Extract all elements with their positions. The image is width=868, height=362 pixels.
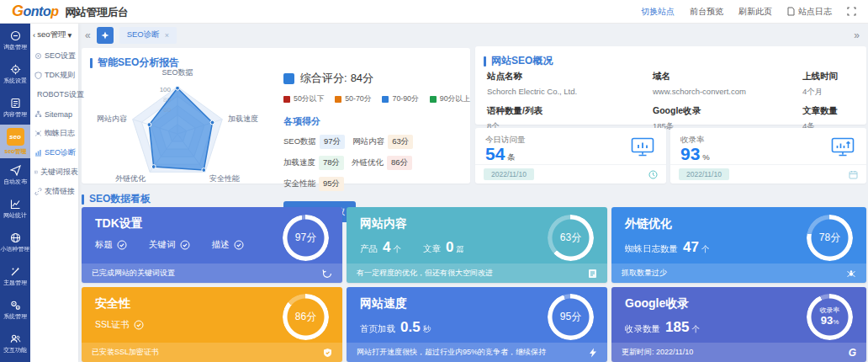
site-name-value: Schorch Electric Co., Ltd. <box>487 87 653 96</box>
card-footer-text: 网站打开速度很快，超过行业内95%的竞争者，继续保持 <box>357 347 546 358</box>
submenu-item-sitemap[interactable]: Sitemap <box>30 104 78 124</box>
close-icon[interactable]: × <box>165 31 169 40</box>
radar-axis-label: SEO数据 <box>161 68 193 77</box>
radar-chart: SEO数据 加载速度 安全性能 外链优化 网站内容 100 80 60 <box>83 65 282 183</box>
dashboard-tab-button[interactable] <box>97 27 114 44</box>
document-icon <box>787 7 795 16</box>
sidebar-item-label: seo管理 <box>4 147 26 155</box>
logo-mid: onto <box>24 4 51 19</box>
legend-color-icon <box>335 96 341 103</box>
score-ring: 63分 <box>548 215 594 261</box>
dashboard-card-security: 安全性 SSL证书 86分 已安装SSL加密证书 <box>82 287 342 362</box>
sidebar-item-site-stats[interactable]: 网站统计 <box>0 192 30 226</box>
submenu-item-robots[interactable]: ROBOTS设置 <box>30 85 78 104</box>
tab-bar: « SEO诊断 × » <box>78 24 868 46</box>
logo: Gontop 网站管理后台 <box>12 3 128 20</box>
sidebar-item-label: 小语种管理 <box>1 245 30 253</box>
submenu-title: seo管理 <box>37 29 66 40</box>
dashboard-card-tdk: TDK设置 标题 关键词 描述 97分 已完成网站的关键词设置 <box>82 207 342 283</box>
submenu-header[interactable]: ‹ seo管理 ▾ <box>30 24 78 46</box>
gear-icon <box>10 64 21 75</box>
radar-axis-label: 安全性能 <box>209 174 240 183</box>
gear-icon <box>34 52 42 60</box>
compass-icon <box>101 31 109 40</box>
chevron-down-icon: ▾ <box>68 30 72 40</box>
score-badge: 78分 <box>319 156 344 170</box>
users-icon <box>10 333 21 344</box>
refresh-page-button[interactable]: 刷新此页 <box>738 6 772 18</box>
monitor-chart-icon <box>631 137 654 157</box>
score-legend: 50分以下 50-70分 70-90分 90分以上 <box>283 94 463 104</box>
score-badge: 86分 <box>387 156 412 170</box>
date-badge: 2022/11/10 <box>679 168 729 180</box>
inquiry-icon <box>10 30 21 41</box>
monitor-upload-icon <box>831 137 855 157</box>
sidebar-item-themes[interactable]: 主题管理 <box>0 259 30 293</box>
dashboard-card-google-index: Google收录 收录数量185个 收录率 93% 更新时间: 2022/11/… <box>611 287 866 362</box>
tab-seo-diagnosis[interactable]: SEO诊断 × <box>119 27 177 44</box>
sidebar-item-content[interactable]: 内容管理 <box>0 91 30 125</box>
app-title: 网站管理后台 <box>65 5 128 20</box>
sidebar-item-inquiry[interactable]: 询盘管理 <box>0 24 30 57</box>
scores-title: 各项得分 <box>283 115 463 128</box>
refresh-icon <box>322 269 332 279</box>
legend-current-icon <box>283 73 294 84</box>
dashboard-card-content: 网站内容 产品4个 文章0篇 63分 有一定程度的优化，但还有很大空间改进 <box>347 207 607 283</box>
sidebar-item-label: 交互功能 <box>3 346 27 354</box>
sidebar-item-system-admin[interactable]: 系统管理 <box>0 293 30 327</box>
online-time-value: 4个月 <box>802 87 860 98</box>
sidebar-item-languages[interactable]: 小语种管理 <box>0 226 30 259</box>
preview-button[interactable]: 前台预览 <box>690 6 723 18</box>
sidebar-item-label: 网站统计 <box>3 211 27 219</box>
submenu-item-spider-logs[interactable]: 蜘蛛日志 <box>30 124 78 143</box>
submenu-item-seo-diagnosis[interactable]: SEO诊断 <box>30 143 78 162</box>
score-badge: 95分 <box>319 177 344 191</box>
legend-color-icon <box>382 96 389 103</box>
collapse-sidebar-icon[interactable]: « <box>85 30 91 40</box>
score-badge: 97分 <box>320 135 345 149</box>
card-footer-text: 抓取数量过少 <box>622 268 667 279</box>
sidebar-item-auto-publish[interactable]: 自动发布 <box>0 158 30 192</box>
seo-icon: seo <box>7 128 24 146</box>
shield-icon <box>323 348 332 358</box>
site-log-button[interactable]: 站点日志 <box>787 6 832 18</box>
table-icon <box>34 168 38 176</box>
visits-value: 54 <box>485 144 505 163</box>
radar-tick-label: 80 <box>163 96 171 104</box>
index-rate-ring: 收录率 93% <box>807 294 853 340</box>
document-lines-icon <box>10 98 21 109</box>
card-footer-text: 已安装SSL加密证书 <box>92 347 159 358</box>
clock-icon <box>648 170 658 179</box>
google-icon: G <box>849 347 856 359</box>
dashboard-card-backlinks: 外链优化 蜘蛛日志数量47个 78分 抓取数量过少 <box>611 207 866 283</box>
submenu-item-keyword-report[interactable]: 关键词报表 <box>30 162 78 182</box>
fullscreen-icon[interactable] <box>847 7 856 16</box>
radar-axis-label: 加载速度 <box>228 114 258 123</box>
switch-site-button[interactable]: 切换站点 <box>641 6 675 18</box>
date-badge: 2022/11/10 <box>484 168 534 180</box>
dashboard-title: SEO数据看板 <box>82 192 151 206</box>
sidebar-item-seo[interactable]: seo seo管理 <box>0 125 30 158</box>
radar-tick-label: 60 <box>163 106 171 114</box>
submenu-item-tdk-rules[interactable]: TDK规则 <box>30 66 78 85</box>
send-icon <box>10 165 21 176</box>
submenu-item-friend-links[interactable]: 友情链接 <box>30 182 78 201</box>
submenu-panel: ‹ seo管理 ▾ SEO设置 TDK规则 ROBOTS设置 Sitemap 蜘… <box>30 24 78 362</box>
sidebar-item-system-settings[interactable]: 系统设置 <box>0 57 30 91</box>
link-icon <box>34 188 42 195</box>
score-ring: 95分 <box>548 294 594 340</box>
legend-color-icon <box>430 96 437 103</box>
score-ring: 78分 <box>807 215 853 261</box>
submenu-item-seo-settings[interactable]: SEO设置 <box>30 46 78 66</box>
sidebar-item-interaction[interactable]: 交互功能 <box>0 327 30 360</box>
sidebar-item-label: 系统管理 <box>3 312 27 320</box>
back-icon: ‹ <box>33 30 35 40</box>
score-summary: 综合评分: 84分 50分以下 50-70分 70-90分 90分以上 各项得分… <box>283 71 463 222</box>
overview-grid: 站点名称Schorch Electric Co., Ltd. 域名www.sch… <box>487 71 860 132</box>
radar-axis-label: 外链优化 <box>115 174 146 183</box>
tab-overflow-icon[interactable]: » <box>854 30 860 40</box>
line-chart-icon <box>10 199 21 210</box>
sidebar-item-label: 自动发布 <box>3 178 27 185</box>
sidebar-item-label: 系统设置 <box>3 77 27 84</box>
app-root: Gontop 网站管理后台 切换站点 前台预览 刷新此页 站点日志 询盘管理 系… <box>0 0 868 362</box>
